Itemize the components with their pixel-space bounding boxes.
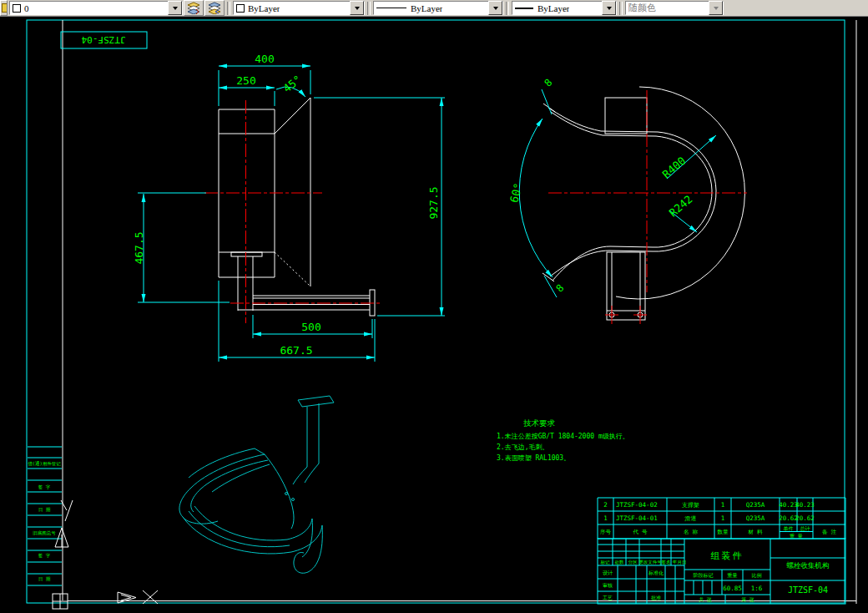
layer-combo-value: 0 [24,3,29,13]
rev-label: 处数 [615,560,625,565]
margin-label: 旧底图总号 [33,530,56,536]
drawing-number: JTZSF-04 [788,585,828,595]
bom-header-material: 材 料 [748,529,763,535]
rev-label: 签名 [662,560,671,565]
bom-qty: 1 [721,501,725,509]
layers-dialog-button[interactable] [0,0,8,16]
bom-code: JTZSF-04-01 [616,514,658,522]
dim-height-left: 467.5 [133,231,145,264]
weight-value: 60.85 [723,585,742,592]
sheet-total: 共 张 [699,596,712,603]
layers-icon [2,3,8,13]
plot-style-combo-value: 随颜色 [628,2,656,14]
note-line: 3.表面喷塑 RAL1003。 [497,454,570,462]
scale-value: 1:6 [751,585,763,592]
linetype-combo[interactable]: ByLayer [373,1,503,15]
lineweight-combo-value: ByLayer [537,3,569,13]
toolbar-separator [506,2,509,15]
color-combo-dropdown-button[interactable] [350,1,364,15]
model-space-background [0,16,868,613]
design-label: 设计 [603,570,613,575]
rev-label: 年月日 [673,560,687,565]
bom-total-weight: 40.23 [795,501,815,509]
process-label: 工艺 [603,595,613,600]
weight-label: 重量 [727,572,738,578]
sheet-header-label: JTZSF-04 [81,34,125,45]
margin-label: 借(通)用件登记 [28,460,61,467]
chevron-down-icon [493,7,498,10]
bom-header-seq: 序号 [600,529,612,535]
bom-code: JTZSF-04-02 [616,501,658,509]
bom-header-total: 总计 [800,525,810,531]
project-name: 螺栓收集机构 [787,561,830,570]
sheet-page: 第 张 [741,596,754,603]
notes-title: 技术要求 [523,418,556,428]
bom-material: Q235A [746,514,765,522]
color-swatch-icon [236,4,245,13]
approve-label: 批准 [651,595,661,601]
color-combo-value: ByLayer [248,3,280,13]
chevron-down-icon [607,7,612,10]
stage-label: 阶段标记 [694,572,714,579]
toolbar-separator [367,2,371,15]
chevron-down-icon [355,7,360,10]
lineweight-combo-dropdown-button[interactable] [602,1,616,15]
layer-stack-icon [187,2,200,14]
bom-header-weight: 重 量 [789,533,803,539]
lineweight-sample-icon [515,8,533,9]
bom-header-qty: 数量 [717,529,729,535]
margin-label: 日 期 [38,507,51,513]
bom-qty: 1 [721,514,725,522]
bom-header-unit: 单件 [784,525,794,531]
chevron-down-icon [173,7,178,10]
bom-header-name: 名 称 [684,529,698,535]
bom-material: Q235A [746,501,765,509]
object-properties-toolbar: 0 ByLayer [0,0,868,17]
bom-total-weight: 20.62 [795,514,815,522]
scale-label: 比例 [752,572,762,579]
lineweight-combo[interactable]: ByLayer [512,1,617,15]
margin-label: 签 字 [38,553,51,559]
margin-label: 签 字 [38,484,51,490]
bom-seq: 2 [603,501,608,509]
layer-color-swatch-icon [13,4,21,13]
bom-seq: 1 [603,514,608,522]
check-label: 审核 [603,582,613,588]
bom-name: 支撑架 [682,502,699,509]
margin-label: 日 期 [38,576,51,582]
layer-combo[interactable]: 0 [9,1,183,15]
color-combo[interactable]: ByLayer [233,1,365,15]
toolbar-separator [227,2,230,15]
note-line: 1.未注公差按GB/T 1804-2000 m级执行。 [497,433,629,440]
standard-label: 标准化 [648,570,664,576]
layer-stack-back-icon [208,2,221,14]
make-object-layer-current-button[interactable] [184,0,204,16]
plot-style-combo: 随颜色 [625,1,724,15]
rev-label: 更改文件号 [638,560,662,565]
linetype-sample-icon [376,8,406,8]
toolbar-separator [619,2,623,15]
note-line: 2.去飞边,毛刺。 [497,443,548,451]
dim-base-total: 667.5 [280,344,312,357]
chevron-down-icon [714,7,719,10]
layer-combo-dropdown-button[interactable] [168,1,182,15]
dim-height-total: 927.5 [427,186,440,219]
rev-label: 分区 [628,560,638,565]
bom-header-remark: 备 注 [822,529,836,535]
linetype-combo-value: ByLayer [411,3,442,13]
dim-width-top: 400 [255,53,274,65]
linetype-combo-dropdown-button[interactable] [488,1,502,15]
plot-style-dropdown-button [709,1,723,15]
dim-width-inner: 250 [236,74,255,87]
layer-previous-button[interactable] [204,0,225,16]
rev-label: 标记 [600,560,611,565]
dim-base-inner: 500 [301,321,320,333]
bom-header-code: 代 号 [633,529,648,535]
part-name: 组装件 [711,550,744,561]
drawing-canvas[interactable]: JTZSF-04 借(通)用件登记 签 字 日 期 旧底图总号 签 字 日 期 [0,0,868,613]
bom-name: 滑道 [684,515,697,522]
